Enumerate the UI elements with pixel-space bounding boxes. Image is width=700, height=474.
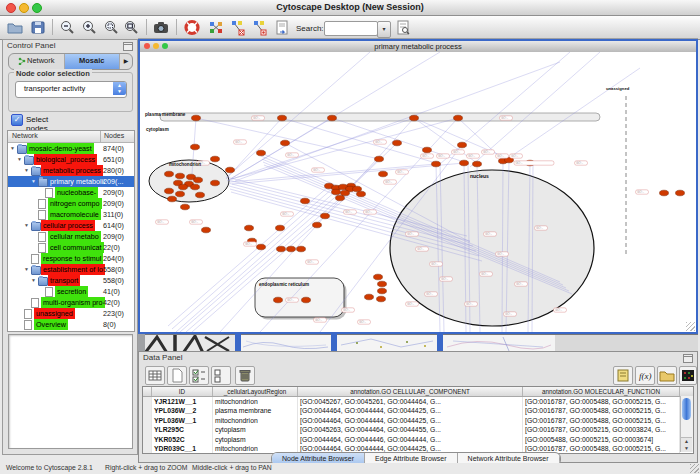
zoom-view-icon[interactable] [162, 43, 168, 49]
tree-row[interactable]: macromolecule311(0) [8, 209, 134, 220]
float-panel-icon[interactable] [123, 42, 133, 51]
network-canvas[interactable]: GO:..GO:..GO:..GO:..GO:..GO:..GO:..GO:..… [140, 52, 696, 332]
zoom-window-icon[interactable] [32, 3, 42, 13]
tree-col-network[interactable]: Network [12, 132, 38, 139]
minimize-window-icon[interactable] [19, 3, 29, 13]
tab-overflow-arrow[interactable]: ▶ [120, 54, 132, 69]
status-bar: Welcome to Cytoscape 2.8.1 Right-click +… [0, 463, 700, 474]
tree-row[interactable]: response to stimul264(0) [8, 253, 134, 264]
tree-row-label: transport [48, 275, 80, 286]
birds-eye-view[interactable] [8, 334, 133, 449]
tree-row[interactable]: ▼mosaic-demo-yeast874(0) [8, 143, 134, 154]
search-input[interactable] [324, 21, 378, 36]
search-dropdown-icon[interactable]: ▾ [377, 21, 391, 38]
import-network-icon[interactable] [273, 19, 291, 36]
tree-row-label: response to stimul [41, 253, 103, 264]
network-from-selection-icon[interactable] [229, 19, 247, 36]
tree-row[interactable]: ▼primary metabolic209(... [8, 176, 134, 187]
control-panel-title: Control Panel [7, 41, 55, 50]
tab-edge-attribute-browser[interactable]: Edge Attribute Browser [365, 453, 458, 463]
table-row[interactable]: YJR121W__1mitochondrion[GO:0045267, GO:0… [143, 397, 693, 406]
tree-row-count: 22(0) [103, 242, 120, 253]
scrollbar-arrows-icon[interactable]: ▲▼ [681, 437, 692, 452]
table-column-header[interactable]: annotation.GO CELLULAR_COMPONENT [298, 387, 523, 396]
float-data-panel-icon[interactable] [683, 354, 693, 363]
network-tree-icon [18, 57, 25, 64]
tab-node-attribute-browser[interactable]: Node Attribute Browser [272, 453, 365, 463]
dropdown-stepper-icon: ▲▼ [113, 82, 126, 95]
select-attributes-icon[interactable] [189, 366, 209, 385]
tree-row[interactable]: ▼establishment of lo558(0) [8, 264, 134, 275]
import-attributes-icon[interactable] [657, 366, 677, 385]
node-color-dropdown[interactable]: transporter activity ▲▼ [15, 81, 127, 98]
tree-row[interactable]: secretion41(0) [8, 286, 134, 297]
tree-row[interactable]: nucleobase-209(0) [8, 187, 134, 198]
label-settings-icon[interactable] [613, 366, 633, 385]
vizmapper-icon[interactable] [207, 19, 225, 36]
table-row[interactable]: YKR052Ccytoplasm[GO:0044464, GO:0044446,… [143, 435, 693, 444]
table-column-header[interactable]: ID [152, 387, 213, 396]
attribute-matrix-icon[interactable] [679, 366, 697, 385]
tree-row[interactable]: ▼cellular process614(0) [8, 220, 134, 231]
tree-row[interactable]: ▼metabolic process280(0) [8, 165, 134, 176]
tree-row[interactable]: cellular metabo209(0) [8, 231, 134, 242]
disclosure-triangle-icon[interactable]: ▼ [24, 220, 29, 231]
zoom-fit-icon[interactable] [122, 19, 140, 36]
table-column-header[interactable]: annotation.GO MOLECULAR_FUNCTION [523, 387, 680, 396]
app-resize-grip-icon[interactable] [690, 464, 699, 473]
help-lifesaver-icon[interactable] [183, 19, 201, 36]
zoom-out-icon[interactable] [58, 19, 76, 36]
open-session-icon[interactable] [6, 19, 24, 36]
unselect-attributes-icon[interactable] [211, 366, 231, 385]
svg-text:GO:..: GO:.. [407, 302, 414, 306]
snapshot-camera-icon[interactable] [152, 19, 170, 36]
tree-row[interactable]: ▼transport558(0) [8, 275, 134, 286]
disclosure-triangle-icon[interactable]: ▼ [31, 176, 36, 187]
tree-row-count: 41(0) [103, 286, 120, 297]
table-column-header[interactable]: _cellularLayoutRegion [213, 387, 298, 396]
tree-row[interactable]: unassigned223(0) [8, 308, 134, 319]
tab-mosaic[interactable]: Mosaic [65, 54, 121, 69]
tree-row[interactable]: multi-organism pro42(0) [8, 297, 134, 308]
disclosure-triangle-icon[interactable]: ▼ [24, 165, 29, 176]
view-resize-grip-icon[interactable] [686, 322, 695, 331]
zoom-in-icon[interactable] [80, 19, 98, 36]
save-session-icon[interactable] [29, 19, 47, 36]
attribute-table[interactable]: ID_cellularLayoutRegionannotation.GO CEL… [142, 386, 694, 454]
tree-row-count: 874(0) [103, 143, 124, 154]
delete-attribute-icon[interactable] [235, 366, 255, 385]
svg-text:GO:..: GO:.. [365, 210, 372, 214]
network-view-window[interactable]: primary metabolic process GO:..GO:..GO:.… [138, 39, 698, 334]
minimize-view-icon[interactable] [153, 43, 159, 49]
disclosure-triangle-icon[interactable]: ▼ [10, 143, 15, 154]
scrollbar-thumb[interactable] [682, 398, 691, 420]
new-attribute-icon[interactable] [167, 366, 187, 385]
zoom-selected-icon[interactable] [102, 19, 120, 36]
tree-row[interactable]: nitrogen compo209(0) [8, 198, 134, 209]
tree-row[interactable]: Overview8(0) [8, 319, 134, 330]
table-row[interactable]: YPL036W__1mitochondrion[GO:0044464, GO:0… [143, 416, 693, 425]
disclosure-triangle-icon[interactable]: ▼ [17, 154, 22, 165]
search-label: Search: [296, 24, 324, 33]
attribute-table-icon[interactable] [145, 366, 165, 385]
select-nodes-checkbox[interactable]: ✓ [11, 114, 23, 126]
tab-network[interactable]: Network [9, 54, 65, 69]
tree-row-count: 651(0) [103, 154, 124, 165]
tree-row[interactable]: cell communicat22(0) [8, 242, 134, 253]
close-view-icon[interactable] [144, 43, 150, 49]
tree-row-count: 223(0) [103, 308, 124, 319]
table-scrollbar[interactable]: ▲▼ [680, 396, 693, 452]
duplicate-network-icon[interactable] [251, 19, 269, 36]
table-row[interactable]: YLR295Ccytoplasm[GO:0045263, GO:0044464,… [143, 425, 693, 434]
tab-network-attribute-browser[interactable]: Network Attribute Browser [458, 453, 560, 463]
function-builder-icon[interactable]: f(x) [635, 366, 655, 385]
tree-row-count: 209(0) [103, 231, 124, 242]
svg-text:GO:..: GO:.. [466, 302, 473, 306]
disclosure-triangle-icon[interactable]: ▼ [31, 275, 36, 286]
close-window-icon[interactable] [6, 3, 16, 13]
tree-row[interactable]: ▼biological_process651(0) [8, 154, 134, 165]
table-row[interactable]: YPL036W__2plasma membrane[GO:0044464, GO… [143, 406, 693, 415]
tree-col-nodes[interactable]: Nodes [104, 132, 124, 139]
disclosure-triangle-icon[interactable]: ▼ [24, 264, 29, 275]
advanced-search-icon[interactable] [394, 19, 412, 36]
